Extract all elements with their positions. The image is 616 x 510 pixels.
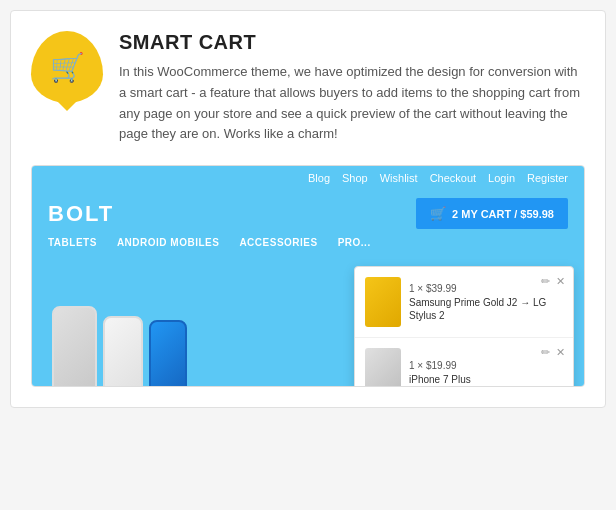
section-description: In this WooCommerce theme, we have optim… <box>119 62 585 145</box>
remove-item-1-icon[interactable]: ✕ <box>556 275 565 288</box>
item-name-2: iPhone 7 Plus <box>409 373 563 386</box>
nav-wishlist[interactable]: Wishlist <box>380 172 418 184</box>
main-card: 🛒 SMART CART In this WooCommerce theme, … <box>10 10 606 408</box>
item-info-2: 1 × $19.99 iPhone 7 Plus <box>409 360 563 386</box>
cart-item-2: 1 × $19.99 iPhone 7 Plus ✏ ✕ <box>355 338 573 386</box>
brand-name: BOLT <box>48 201 114 227</box>
item-actions-1: ✏ ✕ <box>541 275 565 288</box>
nav-checkout[interactable]: Checkout <box>430 172 476 184</box>
demo-container: Blog Shop Wishlist Checkout Login Regist… <box>31 165 585 387</box>
sub-nav: TABLETS ANDROID MOBILES ACCESSORIES PRO.… <box>32 229 584 256</box>
my-cart-button[interactable]: 🛒 2 MY CART / $59.98 <box>416 198 568 229</box>
sub-nav-more[interactable]: PRO... <box>338 237 371 248</box>
cart-icon-badge: 🛒 <box>31 31 103 103</box>
cart-button-icon: 🛒 <box>430 206 446 221</box>
smart-cart-dropdown: 1 × $39.99 Samsung Prime Gold J2 → LG St… <box>354 266 574 386</box>
phone-group <box>52 306 187 386</box>
remove-item-2-icon[interactable]: ✕ <box>556 346 565 359</box>
nav-register[interactable]: Register <box>527 172 568 184</box>
item-image-1 <box>365 277 401 327</box>
item-name-1: Samsung Prime Gold J2 → LG Stylus 2 <box>409 296 563 322</box>
phone-small <box>149 320 187 386</box>
section-title: SMART CART <box>119 31 585 54</box>
header-text: SMART CART In this WooCommerce theme, we… <box>119 31 585 145</box>
brand-bar: BOLT 🛒 2 MY CART / $59.98 <box>32 190 584 229</box>
phone-large <box>52 306 97 386</box>
item-image-2 <box>365 348 401 386</box>
header-section: 🛒 SMART CART In this WooCommerce theme, … <box>31 31 585 145</box>
demo-body: 1 × $39.99 Samsung Prime Gold J2 → LG St… <box>32 256 584 386</box>
item-info-1: 1 × $39.99 Samsung Prime Gold J2 → LG St… <box>409 283 563 322</box>
cart-icon: 🛒 <box>50 51 85 84</box>
edit-item-1-icon[interactable]: ✏ <box>541 275 550 288</box>
cart-item: 1 × $39.99 Samsung Prime Gold J2 → LG St… <box>355 267 573 338</box>
sub-nav-tablets[interactable]: TABLETS <box>48 237 97 248</box>
item-qty-price-2: 1 × $19.99 <box>409 360 563 371</box>
cart-button-label: 2 MY CART / $59.98 <box>452 208 554 220</box>
phone-medium <box>103 316 143 386</box>
nav-blog[interactable]: Blog <box>308 172 330 184</box>
sub-nav-accessories[interactable]: ACCESSORIES <box>239 237 317 248</box>
nav-bar: Blog Shop Wishlist Checkout Login Regist… <box>32 166 584 190</box>
item-actions-2: ✏ ✕ <box>541 346 565 359</box>
nav-shop[interactable]: Shop <box>342 172 368 184</box>
nav-login[interactable]: Login <box>488 172 515 184</box>
sub-nav-android[interactable]: ANDROID MOBILES <box>117 237 220 248</box>
edit-item-2-icon[interactable]: ✏ <box>541 346 550 359</box>
item-qty-price-1: 1 × $39.99 <box>409 283 563 294</box>
